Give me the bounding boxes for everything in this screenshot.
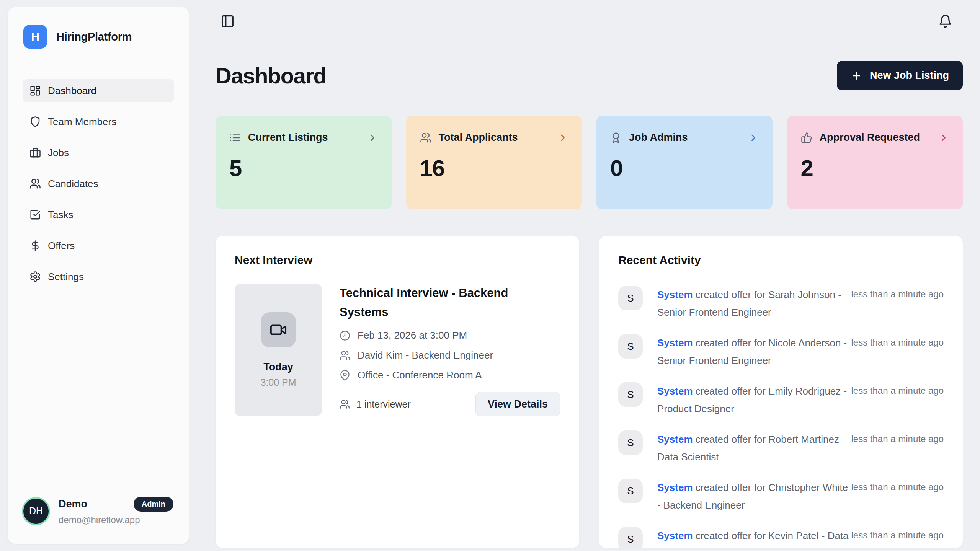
plus-icon xyxy=(851,70,862,82)
interviewer-count: 1 interviewer xyxy=(340,399,411,410)
app-logo: H xyxy=(23,25,47,49)
sidebar-item-label: Jobs xyxy=(48,147,69,159)
activity-avatar: S xyxy=(618,527,643,548)
users-icon xyxy=(29,178,41,189)
activity-avatar: S xyxy=(618,334,643,359)
next-interview-panel: Next Interview Today 3:00 PM Technical I… xyxy=(216,236,579,548)
dashboard-content: Dashboard New Job Listing Current Listin… xyxy=(196,42,980,551)
activity-text: System created offer for Emily Rodriguez… xyxy=(657,382,851,417)
new-job-listing-label: New Job Listing xyxy=(870,70,949,82)
sidebar-item-dashboard[interactable]: Dashboard xyxy=(23,79,174,102)
panel-left-icon xyxy=(220,14,235,28)
interview-candidate-row: David Kim - Backend Engineer xyxy=(340,349,560,361)
list-icon xyxy=(229,132,241,143)
brand: H HiringPlatform xyxy=(8,7,189,49)
bell-icon xyxy=(938,14,952,28)
stat-value: 16 xyxy=(420,155,568,181)
activity-item: S System created offer for Emily Rodrigu… xyxy=(618,382,944,417)
sidebar-item-label: Settings xyxy=(48,271,84,283)
sidebar-item-label: Team Members xyxy=(48,116,116,128)
stat-card-total-applicants[interactable]: Total Applicants 16 xyxy=(406,116,582,209)
dashboard-icon xyxy=(29,85,41,96)
stat-value: 0 xyxy=(610,155,759,181)
topbar xyxy=(196,0,980,42)
stat-label: Total Applicants xyxy=(439,132,518,143)
interview-candidate: David Kim - Backend Engineer xyxy=(358,349,493,361)
activity-text: System created offer for Robert Martinez… xyxy=(657,430,851,466)
interview-title: Technical Interview - Backend Systems xyxy=(340,284,560,321)
activity-actor: System xyxy=(657,337,693,349)
page-header: Dashboard New Job Listing xyxy=(216,61,963,90)
activity-avatar: S xyxy=(618,479,643,503)
sidebar-item-offers[interactable]: Offers xyxy=(23,234,174,257)
activity-time: less than a minute ago xyxy=(851,527,944,541)
new-job-listing-button[interactable]: New Job Listing xyxy=(837,61,963,90)
activity-time: less than a minute ago xyxy=(851,479,944,492)
check-square-icon xyxy=(29,209,41,220)
sidebar-item-label: Candidates xyxy=(48,178,98,190)
user-info: Demo Admin demo@hireflow.app xyxy=(59,497,173,525)
activity-time: less than a minute ago xyxy=(851,430,944,444)
activity-time: less than a minute ago xyxy=(851,334,944,348)
activity-time: less than a minute ago xyxy=(851,382,944,396)
sidebar-item-candidates[interactable]: Candidates xyxy=(23,172,174,195)
activity-list: S System created offer for Sarah Johnson… xyxy=(618,286,944,548)
app-name: HiringPlatform xyxy=(56,31,132,43)
clock-icon xyxy=(340,330,350,341)
sidebar-item-team-members[interactable]: Team Members xyxy=(23,110,174,133)
sidebar-item-label: Dashboard xyxy=(48,85,96,97)
stat-card-current-listings[interactable]: Current Listings 5 xyxy=(216,116,392,209)
chevron-right-icon xyxy=(557,132,568,143)
interview-location-row: Office - Conference Room A xyxy=(340,369,560,381)
activity-text: System created offer for Kevin Patel - D… xyxy=(657,527,851,548)
activity-actor: System xyxy=(657,530,693,541)
activity-item: S System created offer for Robert Martin… xyxy=(618,430,944,466)
activity-avatar: S xyxy=(618,382,643,407)
interview-footer: 1 interviewer View Details xyxy=(340,392,560,416)
page-title: Dashboard xyxy=(216,63,326,88)
user-profile[interactable]: DH Demo Admin demo@hireflow.app xyxy=(8,497,189,544)
stat-label: Current Listings xyxy=(248,132,328,143)
recent-activity-title: Recent Activity xyxy=(618,254,944,267)
activity-avatar: S xyxy=(618,286,643,310)
stat-card-job-admins[interactable]: Job Admins 0 xyxy=(596,116,773,209)
dollar-icon xyxy=(29,240,41,251)
sidebar-nav: Dashboard Team Members Jobs Candidates xyxy=(8,79,189,288)
interview-thumbnail: Today 3:00 PM xyxy=(235,284,322,416)
view-details-button[interactable]: View Details xyxy=(475,392,560,416)
sidebar-item-tasks[interactable]: Tasks xyxy=(23,203,174,226)
sidebar-item-label: Tasks xyxy=(48,209,73,221)
stat-value: 2 xyxy=(801,155,949,181)
chevron-right-icon xyxy=(748,132,759,143)
users-icon xyxy=(340,399,350,409)
interviewer-count-label: 1 interviewer xyxy=(356,399,411,410)
interview-card: Today 3:00 PM Technical Interview - Back… xyxy=(235,284,560,416)
stat-card-approval-requested[interactable]: Approval Requested 2 xyxy=(787,116,963,209)
activity-text: System created offer for Sarah Johnson -… xyxy=(657,286,851,321)
briefcase-icon xyxy=(29,147,41,158)
shield-icon xyxy=(29,116,41,127)
users-icon xyxy=(340,350,350,361)
activity-actor: System xyxy=(657,482,693,493)
sidebar-item-settings[interactable]: Settings xyxy=(23,265,174,288)
hiring-platform-app: H HiringPlatform Dashboard Team Members xyxy=(0,0,980,551)
activity-avatar: S xyxy=(618,430,643,455)
interview-datetime-row: Feb 13, 2026 at 3:00 PM xyxy=(340,329,560,341)
map-pin-icon xyxy=(340,370,350,381)
activity-actor: System xyxy=(657,434,693,445)
avatar: DH xyxy=(23,499,49,524)
sidebar-item-jobs[interactable]: Jobs xyxy=(23,141,174,164)
award-icon xyxy=(610,132,622,143)
notifications-button[interactable] xyxy=(938,14,952,28)
chevron-right-icon xyxy=(367,132,378,143)
stat-label: Job Admins xyxy=(629,132,688,143)
activity-item: S System created offer for Sarah Johnson… xyxy=(618,286,944,321)
recent-activity-panel: Recent Activity S System created offer f… xyxy=(599,236,963,548)
video-camera-icon xyxy=(261,312,296,347)
activity-item: S System created offer for Nicole Anders… xyxy=(618,334,944,369)
stat-value: 5 xyxy=(229,155,378,181)
thumbs-up-icon xyxy=(801,132,812,143)
activity-time: less than a minute ago xyxy=(851,286,944,300)
users-icon xyxy=(420,132,431,143)
sidebar-toggle-button[interactable] xyxy=(220,14,235,28)
